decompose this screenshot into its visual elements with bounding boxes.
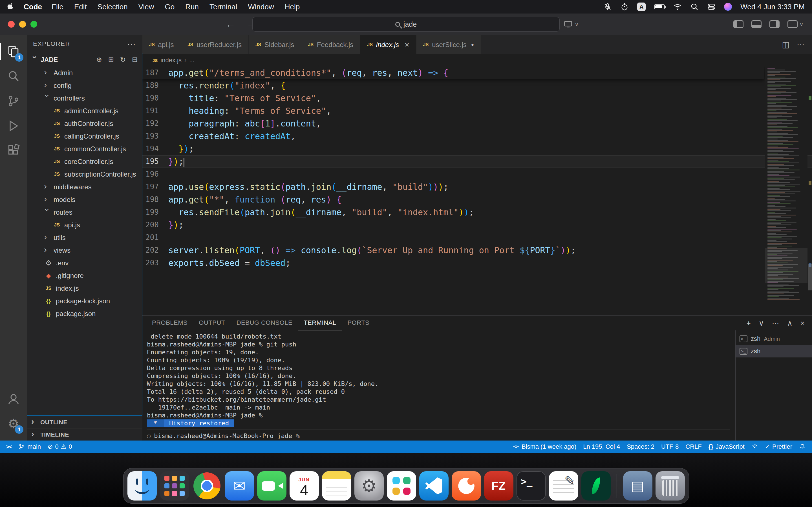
line-number[interactable]: 187 <box>142 66 168 79</box>
tree-item-authController.js[interactable]: JSauthController.js <box>27 117 142 130</box>
remote-indicator[interactable]: >< <box>3 441 15 453</box>
editor-tab-userSlice.js[interactable]: JSuserSlice.js● <box>416 35 481 54</box>
settings-gear-icon[interactable]: ⚙ 1 <box>0 411 27 436</box>
tree-item-adminController.js[interactable]: JSadminController.js <box>27 105 142 117</box>
panel-tab-debug-console[interactable]: DEBUG CONSOLE <box>231 316 298 330</box>
customize-layout-icon[interactable] <box>788 20 798 28</box>
dock-textedit-icon[interactable] <box>549 471 578 501</box>
sticky-scroll-line[interactable]: 187app.get("/terms_and_conditions*", (re… <box>142 66 764 79</box>
code-line[interactable]: 198app.get("*", function (req, res) { <box>142 193 812 206</box>
menu-item-selection[interactable]: Selection <box>98 3 128 11</box>
more-actions-icon[interactable]: ⋯ <box>772 319 779 328</box>
input-source-icon[interactable]: A <box>637 3 646 11</box>
code-line[interactable]: 197app.use(express.static(path.join(__di… <box>142 180 812 193</box>
terminal-picker-icon[interactable]: ∨ <box>759 319 764 328</box>
tree-item-commonController.js[interactable]: JScommonController.js <box>27 143 142 155</box>
git-branch-status[interactable]: main <box>15 441 44 453</box>
dock-mail-icon[interactable]: ✉ <box>225 471 254 501</box>
command-center-search[interactable]: jade <box>252 17 560 32</box>
panel-tab-output[interactable]: OUTPUT <box>193 316 231 330</box>
code-line[interactable]: 202server.listen(PORT, () => console.log… <box>142 244 812 257</box>
line-number[interactable]: 200 <box>142 219 168 231</box>
code-line[interactable]: 200}); <box>142 219 812 231</box>
toggle-panel-icon[interactable] <box>751 20 762 28</box>
code-line[interactable]: 190 title: "Terms of Service", <box>142 92 812 105</box>
line-number[interactable]: 193 <box>142 130 168 143</box>
maximize-panel-icon[interactable]: ∧ <box>787 319 793 328</box>
search-activity-icon[interactable] <box>0 64 27 89</box>
new-folder-icon[interactable]: ⊞ <box>108 56 114 64</box>
terminal-output[interactable]: delete mode 100644 build/robots.txtbisma… <box>142 330 735 441</box>
code-line[interactable]: 193 createdAt: createdAt, <box>142 130 812 143</box>
dock-files-icon[interactable]: ▤ <box>623 471 652 501</box>
tree-item-subscriptionController.js[interactable]: JSsubscriptionController.js <box>27 168 142 180</box>
menu-app-name[interactable]: Code <box>24 3 42 11</box>
dock-vscode-icon[interactable] <box>419 471 449 501</box>
tree-item-routes[interactable]: ›routes <box>27 206 142 219</box>
line-number[interactable]: 194 <box>142 143 168 155</box>
indentation-status[interactable]: Spaces: 2 <box>623 441 658 453</box>
editor-tab-api.js[interactable]: JSapi.js <box>142 35 181 54</box>
menubar-clock[interactable]: Wed 4 Jun 3:33 PM <box>741 3 805 11</box>
formatter-status[interactable]: ✓ Prettier <box>762 441 796 453</box>
tree-item-middlewares[interactable]: ›middlewares <box>27 180 142 193</box>
close-panel-icon[interactable]: × <box>801 319 805 328</box>
editor-scrollbar[interactable] <box>808 264 812 290</box>
dock-filezilla-icon[interactable]: FZ <box>484 471 513 501</box>
more-actions-icon[interactable]: ⋯ <box>128 39 137 49</box>
project-section-header[interactable]: › JADE ⊕ ⊞ ↻ ⊟ <box>27 53 142 66</box>
line-number[interactable]: 197 <box>142 180 168 193</box>
spotlight-icon[interactable] <box>690 3 699 11</box>
line-number[interactable]: 203 <box>142 257 168 269</box>
dock-calendar-icon[interactable]: JUN4 <box>290 471 319 501</box>
tree-item-package-lock.json[interactable]: {}package-lock.json <box>27 295 142 307</box>
dock-finder-icon[interactable] <box>128 471 157 501</box>
encoding-status[interactable]: UTF-8 <box>658 441 682 453</box>
tree-item-controllers[interactable]: ›controllers <box>27 92 142 105</box>
dock-terminal-icon[interactable]: >_ <box>516 471 546 501</box>
dock-launchpad-icon[interactable] <box>160 471 189 501</box>
minimap-viewport[interactable] <box>765 248 808 283</box>
eol-status[interactable]: CRLF <box>682 441 705 453</box>
accounts-icon[interactable] <box>0 386 27 411</box>
tree-item-views[interactable]: ›views <box>27 244 142 257</box>
editor-tab-Feedback.js[interactable]: JSFeedback.js <box>301 35 360 54</box>
tree-item-Admin[interactable]: ›Admin <box>27 66 142 79</box>
minimap[interactable] <box>765 66 808 316</box>
panel-tab-terminal[interactable]: TERMINAL <box>298 316 342 330</box>
code-line[interactable]: 194 }); <box>142 143 812 155</box>
editor-tab-index.js[interactable]: JSindex.js× <box>360 35 416 54</box>
tree-item-.env[interactable]: ⚙.env <box>27 257 142 269</box>
terminal-list-item[interactable]: >_zshAdmin <box>735 333 812 345</box>
code-line[interactable]: 189 res.render("index", { <box>142 79 812 92</box>
refresh-icon[interactable]: ↻ <box>120 56 126 64</box>
tree-item-index.js[interactable]: JSindex.js <box>27 282 142 295</box>
terminal-list-item[interactable]: >_zsh <box>735 345 812 357</box>
tree-item-models[interactable]: ›models <box>27 193 142 206</box>
battery-icon[interactable] <box>654 4 665 9</box>
more-actions-icon[interactable]: ⋯ <box>797 40 805 49</box>
chevron-down-icon[interactable]: ∨ <box>799 21 804 27</box>
tab-close-icon[interactable]: × <box>405 40 409 49</box>
code-line[interactable]: 195}); <box>142 155 812 168</box>
breadcrumb-symbol[interactable]: ... <box>189 57 194 64</box>
new-file-icon[interactable]: ⊕ <box>96 56 102 64</box>
menu-item-terminal[interactable]: Terminal <box>209 3 237 11</box>
line-number[interactable]: 202 <box>142 244 168 257</box>
cursor-position[interactable]: Ln 195, Col 4 <box>580 441 623 453</box>
problems-status[interactable]: ⊘ 0 ⚠ 0 <box>44 441 75 453</box>
line-number[interactable]: 192 <box>142 117 168 130</box>
dock-postman-icon[interactable] <box>452 471 481 501</box>
dock-notes-icon[interactable] <box>322 471 351 501</box>
code-line[interactable]: 201 <box>142 231 812 244</box>
notifications-bell[interactable] <box>796 441 809 453</box>
editor-tab-Sidebar.js[interactable]: JSSidebar.js <box>249 35 301 54</box>
code-line[interactable]: 196 <box>142 168 812 180</box>
line-number[interactable]: 189 <box>142 79 168 92</box>
editor-tab-userReducer.js[interactable]: JSuserReducer.js <box>181 35 249 54</box>
tree-item-coreController.js[interactable]: JScoreController.js <box>27 155 142 168</box>
explorer-activity-icon[interactable]: 1 <box>0 39 27 64</box>
menu-item-edit[interactable]: Edit <box>74 3 87 11</box>
code-line[interactable]: 203exports.dbSeed = dbSeed; <box>142 257 812 269</box>
line-number[interactable]: 195 <box>142 155 168 168</box>
